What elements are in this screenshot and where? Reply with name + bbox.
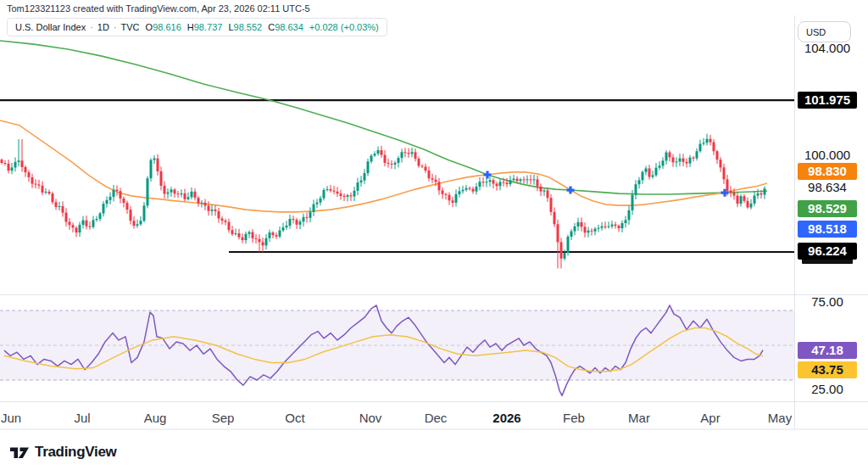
close-value: 98.634 [275,22,303,32]
interval-label: 1D [97,22,109,32]
tradingview-chart-page: Tom123321123 created with TradingView.co… [0,0,868,470]
symbol-title: U.S. Dollar Index [15,22,86,32]
change-value: +0.028 (+0.03%) [309,22,379,32]
exchange-label: TVC [121,22,140,32]
high-value: 98.737 [194,22,223,32]
attribution-text: Tom123321123 created with TradingView.co… [7,3,310,14]
legend-separator: · [90,22,93,32]
currency-button[interactable]: USD [798,21,851,42]
high-label: H [187,22,194,32]
legend-separator: · [114,22,117,32]
open-value: 98.616 [153,22,181,32]
low-value: 98.552 [234,22,263,32]
hidden-price-label [802,259,853,264]
open-label: O [146,22,153,32]
tradingview-logo[interactable]: TradingView [10,444,117,461]
tradingview-logo-text: TradingView [35,444,117,461]
chart-canvas[interactable] [0,0,868,470]
symbol-legend[interactable]: U.S. Dollar Index · 1D · TVC O98.616 H98… [7,18,387,36]
close-label: C [268,22,275,32]
tradingview-mark-icon [10,445,29,460]
currency-label: USD [806,27,826,37]
